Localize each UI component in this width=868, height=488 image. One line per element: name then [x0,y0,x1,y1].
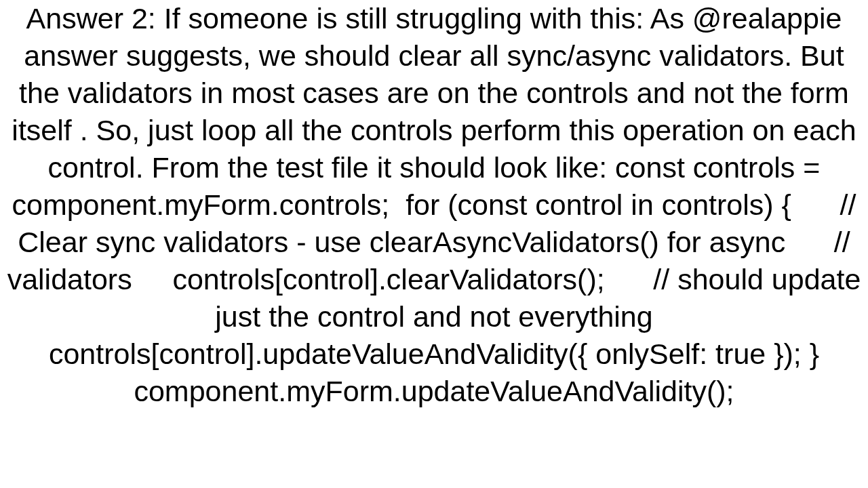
answer-text: Answer 2: If someone is still struggling… [0,0,868,410]
answer-block: Answer 2: If someone is still struggling… [0,0,868,488]
